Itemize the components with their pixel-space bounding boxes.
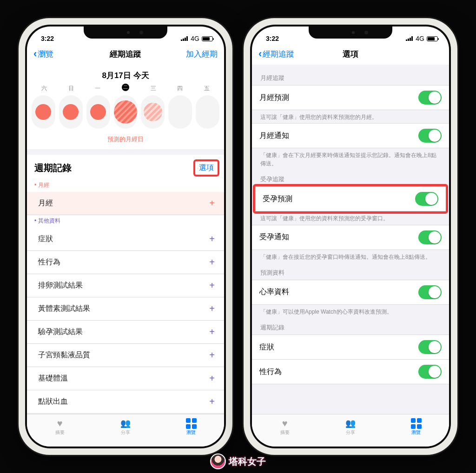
setting-cell[interactable]: 性行為 — [252, 360, 449, 384]
list-item[interactable]: 驗孕測試結果+ — [27, 321, 224, 344]
grid-icon — [186, 418, 197, 429]
setting-cell[interactable]: 受孕通知 — [252, 225, 449, 250]
chevron-left-icon: ‹ — [258, 48, 262, 60]
tab-browse[interactable]: 瀏覽 — [185, 418, 197, 436]
toggle-switch[interactable] — [415, 192, 438, 206]
plus-icon: + — [209, 373, 215, 384]
nav-title: 選項 — [305, 49, 396, 59]
cell-label: 性行為 — [259, 367, 282, 377]
tab-share[interactable]: 👥 分享 — [119, 418, 132, 436]
heart-icon: ♥ — [279, 418, 291, 428]
status-time: 3:22 — [41, 35, 54, 42]
back-button[interactable]: ‹ 瀏覽 — [33, 48, 80, 60]
toggle-switch[interactable] — [418, 91, 442, 105]
weekday: 三 — [151, 85, 156, 92]
tab-label: 瀏覽 — [186, 429, 196, 436]
period-day[interactable] — [196, 95, 219, 129]
plus-icon: + — [209, 257, 215, 268]
back-label: 瀏覽 — [38, 49, 53, 59]
setting-cell[interactable]: 心率資料 — [252, 280, 449, 305]
tab-share[interactable]: 👥 分享 — [344, 418, 357, 436]
cell-label: 受孕通知 — [259, 232, 289, 242]
row-label: 症狀 — [38, 234, 53, 244]
period-day[interactable] — [141, 95, 165, 129]
period-day[interactable] — [86, 95, 110, 129]
watermark: 塔科女子 — [210, 453, 266, 469]
plus-icon: + — [209, 327, 215, 337]
plus-icon: + — [209, 280, 215, 291]
plus-icon: + — [209, 396, 215, 407]
tab-summary[interactable]: ♥ 摘要 — [54, 418, 66, 436]
toggle-switch[interactable] — [418, 285, 442, 299]
calendar-date: 8月17日 今天 — [27, 70, 224, 81]
tab-label: 摘要 — [55, 429, 65, 436]
battery-icon — [427, 36, 438, 41]
plus-icon: + — [209, 350, 215, 361]
back-button[interactable]: ‹ 經期追蹤 — [258, 48, 305, 60]
group-footer: 「健康」會在接近您的受孕窗口時傳送通知。通知會在晚上8點傳送。 — [252, 250, 449, 263]
period-pill-row[interactable] — [27, 92, 224, 131]
weekday-row: 六 日 一 二 三 四 五 — [27, 85, 224, 92]
notch — [309, 26, 392, 39]
group-footer: 這可讓「健康」使用您的資料來預測您的月經。 — [252, 110, 449, 123]
group-footer: 這可讓「健康」使用您的資料來預測您的受孕窗口。 — [252, 211, 449, 224]
cycle-header: 週期記錄 選項 — [27, 155, 224, 179]
avatar-icon — [210, 453, 226, 469]
weekday: 六 — [41, 85, 47, 92]
row-label: 性行為 — [38, 257, 60, 267]
options-button[interactable]: 選項 — [193, 159, 219, 177]
row-label: 子宮頸黏液品質 — [38, 350, 90, 360]
phone-left: 3:22 4G ‹ 瀏覽 經期追蹤 加入經期 8月17日 今天 — [19, 18, 232, 455]
battery-icon — [202, 36, 213, 41]
back-label: 經期追蹤 — [263, 49, 294, 59]
row-label: 月經 — [38, 198, 53, 208]
row-label: 驗孕測試結果 — [38, 327, 83, 337]
list-item[interactable]: 子宮頸黏液品質+ — [27, 344, 224, 367]
signal-icon — [181, 36, 188, 41]
heart-icon: ♥ — [54, 418, 66, 428]
period-day-today[interactable] — [114, 95, 138, 129]
predicted-label: 預測的月經日 — [27, 135, 224, 144]
weekday: 日 — [68, 85, 74, 92]
setting-cell[interactable]: 月經預測 — [252, 85, 449, 110]
list-item[interactable]: 症狀+ — [27, 228, 224, 251]
list-item[interactable]: 排卵測試結果+ — [27, 274, 224, 297]
row-period[interactable]: 月經 + — [27, 192, 224, 215]
plus-icon: + — [209, 198, 215, 209]
list-item[interactable]: 性行為+ — [27, 251, 224, 274]
setting-cell[interactable]: 症狀 — [252, 335, 449, 360]
other-rows: 症狀+ 性行為+ 排卵測試結果+ 黃體素測試結果+ 驗孕測試結果+ 子宮頸黏液品… — [27, 228, 224, 414]
group-header: 月經追蹤 — [252, 68, 449, 85]
period-day[interactable] — [168, 95, 192, 129]
list-item[interactable]: 基礎體溫+ — [27, 367, 224, 390]
group-footer: 「健康」可以使用Apple Watch的心率資料改進預測。 — [252, 305, 449, 318]
list-item[interactable]: 黃體素測試結果+ — [27, 297, 224, 321]
period-day[interactable] — [32, 95, 55, 129]
toggle-switch[interactable] — [418, 230, 442, 244]
tab-summary[interactable]: ♥ 摘要 — [279, 418, 291, 436]
cell-label: 症狀 — [259, 342, 274, 352]
phone-right: 3:22 4G ‹ 經期追蹤 選項 月經追蹤 月 — [244, 18, 457, 455]
row-label: 基礎體溫 — [38, 374, 68, 383]
nav-bar: ‹ 瀏覽 經期追蹤 加入經期 — [27, 43, 224, 65]
toggle-switch[interactable] — [418, 129, 442, 143]
group-header: 預測資料 — [252, 263, 449, 280]
toggle-switch[interactable] — [418, 340, 442, 354]
setting-cell-fertility-prediction[interactable]: 受孕預測 — [255, 186, 446, 211]
group-header: 週期記錄 — [252, 318, 449, 335]
calendar-strip: 8月17日 今天 六 日 一 二 三 四 五 — [27, 65, 224, 149]
setting-cell[interactable]: 月經通知 — [252, 123, 449, 148]
plus-icon: + — [209, 234, 215, 244]
period-day[interactable] — [59, 95, 83, 129]
plus-icon: + — [209, 303, 215, 314]
list-item[interactable]: 點狀出血+ — [27, 390, 224, 414]
tab-label: 瀏覽 — [411, 429, 421, 436]
cell-label: 月經通知 — [259, 131, 289, 141]
cell-label: 心率資料 — [259, 287, 289, 297]
tab-label: 分享 — [346, 429, 355, 436]
row-label: 排卵測試結果 — [38, 281, 83, 290]
grid-icon — [411, 418, 422, 429]
tab-browse[interactable]: 瀏覽 — [410, 418, 422, 436]
toggle-switch[interactable] — [418, 365, 442, 379]
nav-action[interactable]: 加入經期 — [171, 49, 218, 59]
